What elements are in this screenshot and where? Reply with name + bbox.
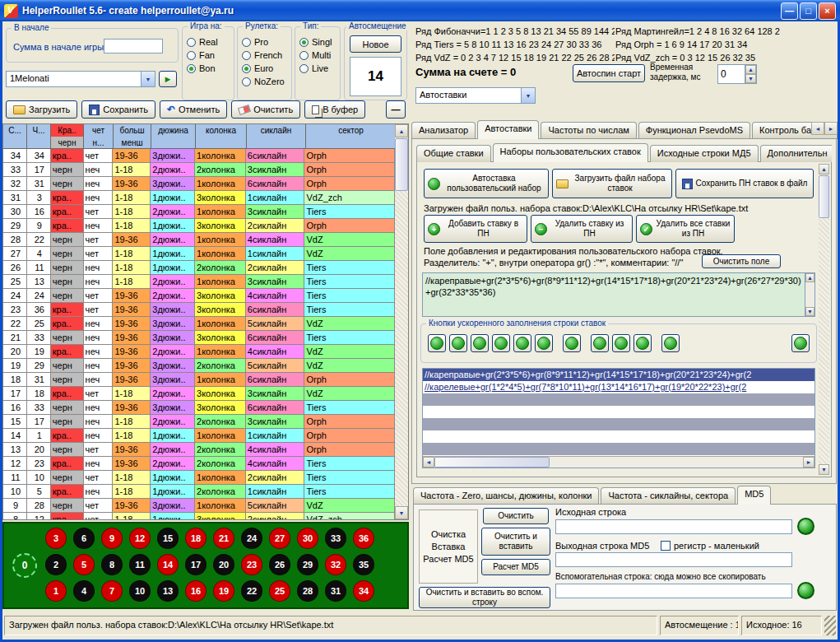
board-number-13[interactable]: 13 xyxy=(157,580,179,602)
md5-aux-paste-button[interactable]: Очистить и вставить во вспом. строку xyxy=(419,587,550,608)
board-number-36[interactable]: 36 xyxy=(353,528,374,549)
radio-option-bon[interactable]: Bon xyxy=(183,62,234,75)
list-horizontal-scrollbar[interactable] xyxy=(423,456,814,468)
quick-fill-2[interactable] xyxy=(449,334,467,352)
main-tab-4[interactable]: Функционал PsevdoMS xyxy=(638,122,750,139)
radio-option-pro[interactable]: Pro xyxy=(238,35,291,49)
table-row[interactable]: 1831черннеч19-363дюжи..1колонка6сиклайнO… xyxy=(3,373,395,387)
board-number-3[interactable]: 3 xyxy=(45,528,67,549)
tab-scroll-right-button[interactable] xyxy=(824,122,838,135)
board-number-25[interactable]: 25 xyxy=(269,580,290,602)
board-number-9[interactable]: 9 xyxy=(101,528,123,549)
quick-fill-10[interactable] xyxy=(633,334,652,352)
table-vertical-scrollbar[interactable] xyxy=(395,124,408,519)
bottom-tab-1[interactable]: Частота - Zero, шансы, дюжины, колонки xyxy=(413,487,599,505)
source-string-input[interactable] xyxy=(555,519,792,534)
table-row[interactable]: 1929черннеч19-363дюжи..2колонка5сиклайнV… xyxy=(3,359,395,373)
scroll-down-icon[interactable] xyxy=(805,307,814,316)
table-row[interactable]: 3231черннеч19-363дюжи..1колонка6сиклайнO… xyxy=(3,177,395,191)
quick-fill-6[interactable] xyxy=(535,334,553,352)
quick-fill-1[interactable] xyxy=(428,334,446,352)
board-number-33[interactable]: 33 xyxy=(325,528,346,549)
radio-option-euro[interactable]: Euro xyxy=(238,62,291,75)
edit-scrollbar[interactable] xyxy=(805,273,814,316)
close-button[interactable]: × xyxy=(819,2,836,20)
table-row[interactable]: 1633черннеч19-363дюжи..3колонка6сиклайнT… xyxy=(3,401,395,415)
board-number-16[interactable]: 16 xyxy=(185,580,207,602)
board-number-20[interactable]: 20 xyxy=(213,554,234,575)
quick-fill-7[interactable] xyxy=(563,334,581,352)
quick-fill-11[interactable] xyxy=(661,334,680,352)
board-number-2[interactable]: 2 xyxy=(45,554,67,575)
table-row[interactable]: 2424чернчет19-362дюжи..3колонка4сиклайнT… xyxy=(3,289,395,303)
radio-option-fan[interactable]: Fan xyxy=(183,49,234,62)
quick-fill-9[interactable] xyxy=(612,334,630,352)
board-number-19[interactable]: 19 xyxy=(213,580,234,602)
scroll-up-icon[interactable] xyxy=(819,164,829,174)
add-bet-button[interactable]: +Добавить ставку в ПН xyxy=(424,215,527,243)
minimize-button[interactable]: — xyxy=(781,2,798,20)
radio-option-singl[interactable]: Singl xyxy=(295,35,340,49)
table-row[interactable]: 3016кра..чет1-182дюжи..1колонка3сиклайнT… xyxy=(3,205,395,219)
board-number-22[interactable]: 22 xyxy=(241,580,262,602)
md5-calc-button[interactable]: Расчет MD5 xyxy=(481,559,550,575)
remove-bet-button[interactable]: −Удалить ставку из ПН xyxy=(531,215,633,243)
scroll-track[interactable] xyxy=(395,137,408,506)
table-row[interactable]: 2019кра..неч19-362дюжи..1колонка4сиклайн… xyxy=(3,345,395,359)
table-row[interactable]: 313кра..неч1-181дюжи..3колонка1сиклайнVd… xyxy=(3,191,395,205)
quick-fill-3[interactable] xyxy=(471,334,489,352)
spin-down-icon[interactable] xyxy=(745,74,756,83)
sub-tab-2[interactable]: Наборы пользовательских ставок xyxy=(493,143,648,162)
play-button[interactable] xyxy=(159,71,177,87)
scroll-left-icon[interactable] xyxy=(423,457,434,468)
scroll-thumb[interactable] xyxy=(395,138,408,191)
table-row[interactable]: 3317черннеч1-182дюжи..2колонка3сиклайнOr… xyxy=(3,163,395,177)
board-number-6[interactable]: 6 xyxy=(73,528,95,549)
scroll-up-icon[interactable] xyxy=(395,124,408,137)
radio-option-live[interactable]: Live xyxy=(295,62,340,75)
sub-tab-3[interactable]: Исходные строки МД5 xyxy=(650,145,759,162)
copy-button[interactable]: В буфер xyxy=(304,100,365,119)
save-bet-file-button[interactable]: Сохранить ПН ставок в файл xyxy=(675,169,814,198)
board-number-17[interactable]: 17 xyxy=(185,554,207,575)
table-row[interactable]: 105кра..неч1-181дюжи..2колонка1сиклайнTi… xyxy=(3,485,395,499)
sub-tab-4[interactable]: Дополнительн xyxy=(760,145,833,162)
scroll-down-icon[interactable] xyxy=(819,464,829,475)
radio-option-real[interactable]: Real xyxy=(183,35,234,49)
bottom-tab-3[interactable]: MD5 xyxy=(737,486,771,505)
board-number-34[interactable]: 34 xyxy=(353,580,374,602)
sub-tab-1[interactable]: Общие ставки xyxy=(416,145,491,162)
board-number-15[interactable]: 15 xyxy=(157,528,179,549)
board-number-8[interactable]: 8 xyxy=(101,554,123,575)
board-number-7[interactable]: 7 xyxy=(101,580,123,602)
scroll-track[interactable] xyxy=(434,457,803,468)
autospin-start-button[interactable]: Автоспин старт xyxy=(573,64,645,82)
board-number-27[interactable]: 27 xyxy=(269,528,290,549)
board-number-24[interactable]: 24 xyxy=(241,528,262,549)
autobet-user-set-button[interactable]: Автоставка пользовательский набор xyxy=(424,169,549,198)
table-row[interactable]: 1320чернчет19-362дюжи..2колонка4сиклайнO… xyxy=(3,443,395,457)
table-row[interactable]: 3434кра..чет19-363дюжи..1колонка6сиклайн… xyxy=(3,149,395,163)
bets-listbox[interactable]: //кареправые+gr(2*3*5*6)+gr(8*9*11*12)+g… xyxy=(422,368,815,468)
aux-string-input[interactable] xyxy=(555,584,792,598)
board-number-32[interactable]: 32 xyxy=(325,554,346,575)
undo-button[interactable]: Отменить xyxy=(160,100,227,119)
table-row[interactable]: 1223кра..неч19-362дюжи..2колонка4сиклайн… xyxy=(3,457,395,471)
remove-all-bets-button[interactable]: ✓Удалить все ставки из ПН xyxy=(636,215,735,243)
table-row[interactable]: 2225кра..неч19-363дюжи..1колонка5сиклайн… xyxy=(3,317,395,331)
radio-option-french[interactable]: French xyxy=(238,49,291,62)
scroll-thumb[interactable] xyxy=(434,457,550,468)
board-number-28[interactable]: 28 xyxy=(297,580,318,602)
register-checkbox[interactable] xyxy=(661,541,671,551)
radio-option-nozero[interactable]: NoZero xyxy=(238,75,291,88)
main-tab-2[interactable]: Автоставки xyxy=(477,120,539,139)
md5-clear-button[interactable]: Очистить xyxy=(483,508,549,524)
board-number-35[interactable]: 35 xyxy=(353,554,374,575)
quick-fill-4[interactable] xyxy=(492,334,510,352)
table-row[interactable]: 812кра..чет1-181дюжи..3колонка2сиклайнVd… xyxy=(3,513,395,519)
table-row[interactable]: 2822чернчет19-362дюжи..1колонка4сиклайнV… xyxy=(3,233,395,247)
board-number-10[interactable]: 10 xyxy=(129,580,151,602)
board-number-26[interactable]: 26 xyxy=(269,554,290,575)
scroll-thumb[interactable] xyxy=(819,175,829,218)
scroll-down-icon[interactable] xyxy=(395,506,408,519)
